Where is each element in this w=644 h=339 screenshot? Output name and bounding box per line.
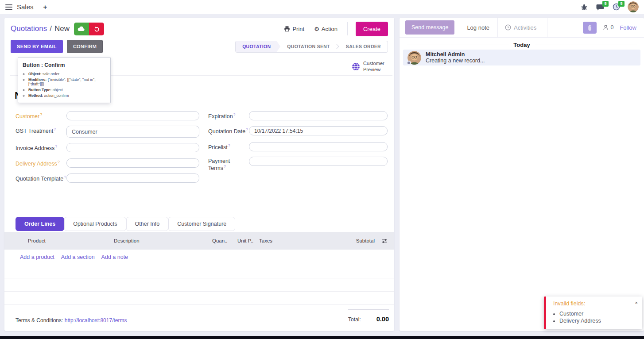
message-avatar	[407, 51, 421, 65]
customer-preview-button[interactable]: Customer Preview	[352, 61, 389, 73]
tab-order-lines[interactable]: Order Lines	[16, 217, 64, 231]
tooltip-title: Button : Confirm	[23, 62, 106, 68]
presence-indicator	[407, 61, 411, 65]
optional-columns-icon[interactable]	[375, 238, 394, 244]
invoice-address-field-input[interactable]	[66, 143, 199, 152]
field-row-invoice-address: Invoice Address?	[16, 143, 199, 152]
payment-terms-field-input[interactable]	[249, 157, 388, 166]
tooltip-list: Object: sale.order Modifiers: {"invisibl…	[28, 72, 106, 98]
printer-icon	[284, 26, 290, 32]
field-row-customer: Customer?	[16, 111, 199, 120]
tooltip-item-modifiers: Modifiers: {"invisible": [["state", "not…	[28, 77, 106, 86]
help-marker: ?	[64, 175, 66, 179]
delivery-address-field-input[interactable]	[66, 158, 199, 168]
add-a-note-link[interactable]: Add a note	[101, 254, 128, 260]
activities-clock-icon[interactable]: 5	[612, 3, 621, 12]
breadcrumb-quotations[interactable]: Quotations	[11, 24, 47, 33]
send-by-email-button[interactable]: SEND BY EMAIL	[11, 40, 63, 53]
tab-other-info[interactable]: Other Info	[126, 217, 169, 231]
terms-and-conditions: Terms & Conditions: http://localhost:801…	[16, 317, 127, 324]
gear-icon: ⚙	[314, 26, 319, 32]
messages-icon[interactable]: 5	[596, 3, 605, 12]
breadcrumb-current: New	[54, 24, 70, 33]
print-menu[interactable]: Print	[284, 26, 304, 32]
activities-tab[interactable]: Activities	[498, 18, 543, 38]
action-menu[interactable]: ⚙ Action	[314, 26, 338, 32]
confirm-button[interactable]: CONFIRM	[67, 40, 103, 53]
cloud-save-icon	[78, 26, 85, 32]
message-body: Mitchell Admin Creating a new record...	[426, 51, 485, 64]
toast-title: Invalid fields:	[553, 300, 638, 307]
statusbar-step-quotation-sent[interactable]: QUOTATION SENT	[280, 41, 337, 52]
chatter-panel: Send message Log note Activities 0 Follo…	[400, 18, 644, 331]
order-lines-header: Product Description Quan.. Unit P.. Taxe…	[4, 232, 394, 250]
send-message-button[interactable]: Send message	[405, 20, 454, 35]
followers-counter[interactable]: 0	[603, 24, 613, 31]
app-menu-sales[interactable]: Sales	[17, 3, 34, 11]
column-product[interactable]: Product	[28, 238, 114, 243]
customer-field-input[interactable]	[66, 111, 199, 120]
add-a-product-link[interactable]: Add a product	[20, 254, 54, 260]
form-sheet: Customer Preview New Button : Confirm Ob…	[4, 56, 394, 331]
field-row-payment-terms: Payment Terms?	[208, 157, 388, 171]
tooltip-item-method: Method: action_confirm	[28, 93, 106, 98]
quotation-template-field-input[interactable]	[66, 173, 199, 183]
column-description[interactable]: Description	[114, 238, 212, 243]
column-quantity[interactable]: Quan..	[212, 238, 237, 243]
top-navbar: Sales + 5 5	[0, 0, 644, 14]
debug-bug-icon[interactable]	[580, 3, 589, 12]
help-marker: ?	[233, 112, 236, 117]
column-subtotal[interactable]: Subtotal	[347, 238, 375, 243]
print-label: Print	[292, 26, 304, 32]
add-a-section-link[interactable]: Add a section	[61, 254, 95, 260]
total-box: Total: 0.00	[348, 309, 389, 323]
statusbar-step-sales-order[interactable]: SALES ORDER	[339, 41, 388, 52]
log-note-tab[interactable]: Log note	[462, 24, 494, 31]
help-marker: ?	[228, 143, 230, 148]
terms-label: Terms & Conditions:	[16, 317, 63, 324]
total-label: Total:	[348, 316, 361, 323]
attach-file-button[interactable]	[583, 22, 597, 34]
tab-optional-products[interactable]: Optional Products	[64, 217, 126, 231]
payment-terms-field-label: Payment Terms?	[208, 157, 249, 171]
order-line-empty-row	[4, 278, 394, 292]
message-author: Mitchell Admin	[426, 51, 485, 58]
tooltip-item-button-type: Button Type: object	[28, 88, 106, 92]
control-panel-actions: Print ⚙ Action Create	[284, 22, 388, 36]
column-taxes[interactable]: Taxes	[259, 238, 347, 243]
bottom-bar	[0, 336, 644, 339]
order-lines-add-links: Add a product Add a section Add a note	[20, 254, 128, 260]
tab-customer-signature[interactable]: Customer Signature	[168, 217, 235, 231]
hamburger-menu-icon[interactable]	[5, 4, 12, 10]
discard-changes-button[interactable]	[89, 23, 104, 35]
invoice-address-field-label: Invoice Address?	[16, 143, 66, 151]
pricelist-field-input[interactable]	[249, 142, 388, 151]
notebook-tabs: Order Lines Optional Products Other Info…	[16, 217, 235, 231]
create-button[interactable]: Create	[356, 22, 388, 36]
quotation-date-field-label: Quotation Date?	[208, 126, 249, 135]
new-tab-button[interactable]: +	[43, 3, 47, 11]
save-record-button[interactable]	[74, 23, 89, 35]
date-divider: Today	[407, 42, 637, 48]
navbar-systray: 5 5	[580, 1, 639, 12]
breadcrumb-separator: /	[50, 24, 52, 33]
toast-close-icon[interactable]: ×	[635, 300, 638, 305]
help-marker: ?	[40, 112, 42, 117]
form-view-panel: Quotations / New Print ⚙ Action Create	[4, 18, 394, 331]
quotation-date-field-input[interactable]	[249, 126, 388, 135]
odoo-sales-app: Sales + 5 5 Quotations / New	[0, 0, 644, 339]
terms-link[interactable]: http://localhost:8017/terms	[65, 317, 127, 324]
statusbar-step-quotation[interactable]: QUOTATION	[236, 41, 280, 52]
quotation-template-field-label: Quotation Template?	[16, 173, 66, 182]
follower-person-icon	[603, 24, 609, 31]
customer-preview-label: Customer Preview	[363, 61, 389, 73]
user-avatar[interactable]	[628, 1, 639, 12]
chatter-message[interactable]: Mitchell Admin Creating a new record...	[403, 50, 640, 65]
column-unit-price[interactable]: Unit P..	[237, 238, 259, 243]
follow-button[interactable]: Follow	[620, 24, 636, 31]
expiration-field-input[interactable]	[249, 111, 388, 120]
help-marker: ?	[246, 127, 248, 132]
invalid-field-customer: Customer	[559, 311, 638, 317]
field-row-pricelist: Pricelist?	[208, 142, 388, 151]
gst-treatment-field-input[interactable]	[66, 126, 199, 138]
